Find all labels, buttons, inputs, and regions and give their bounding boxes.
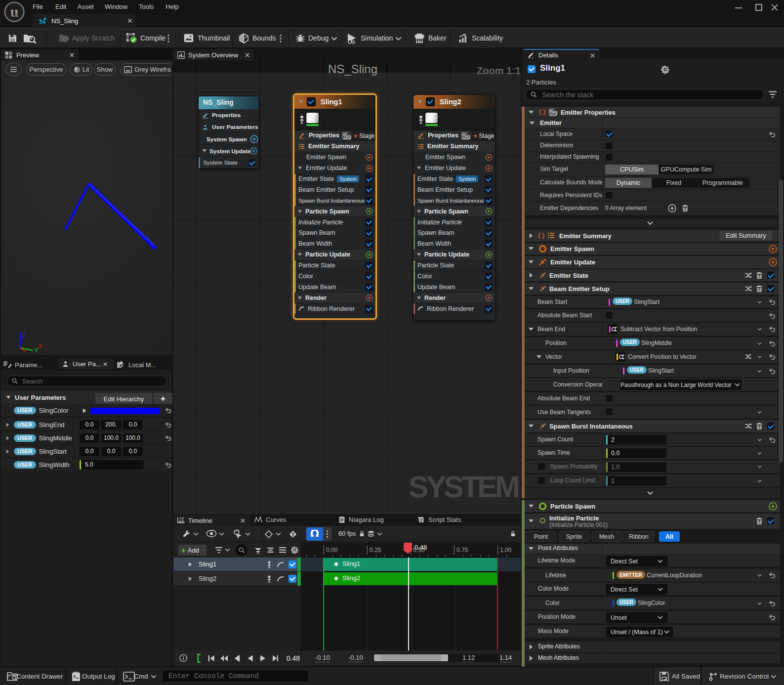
svg-text:CPU: CPU [463, 135, 470, 139]
svg-text:u: u [10, 3, 19, 20]
svg-text:CPU: CPU [344, 135, 351, 139]
svg-text:X: X [37, 342, 43, 350]
svg-text:CPU: CPU [550, 111, 557, 115]
svg-text:Z: Z [22, 331, 26, 339]
